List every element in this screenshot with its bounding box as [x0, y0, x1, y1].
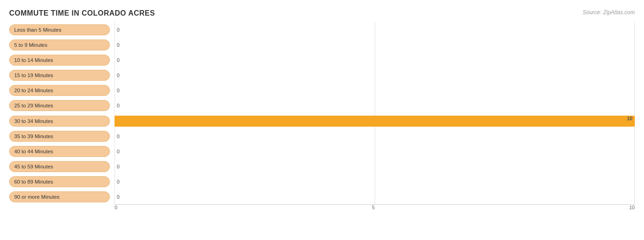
bar-row: 90 or more Minutes0 — [9, 190, 635, 204]
bar-label: 25 to 29 Minutes — [9, 100, 110, 111]
bar-row: 45 to 59 Minutes0 — [9, 160, 635, 173]
bar-value: 0 — [117, 42, 120, 48]
bar-track: 0 — [115, 176, 635, 187]
bar-track: 0 — [115, 24, 635, 35]
bar-track: 10 — [115, 116, 635, 127]
chart-title: COMMUTE TIME IN COLORADO ACRES — [9, 9, 635, 17]
bar-value: 0 — [117, 179, 120, 184]
bar-track: 0 — [115, 39, 635, 50]
bar-row: 40 to 44 Minutes0 — [9, 145, 635, 158]
bar-track: 0 — [115, 146, 635, 157]
bars-container: Less than 5 Minutes05 to 9 Minutes010 to… — [9, 22, 635, 205]
bar-label: 20 to 24 Minutes — [9, 85, 110, 96]
bar-track: 0 — [115, 55, 635, 66]
bar-label: 40 to 44 Minutes — [9, 146, 110, 157]
bar-row: 15 to 19 Minutes0 — [9, 68, 635, 82]
x-tick: 5 — [372, 205, 375, 210]
bar-label: 15 to 19 Minutes — [9, 70, 110, 81]
bar-track: 0 — [115, 131, 635, 142]
bar-label: 45 to 59 Minutes — [9, 161, 110, 172]
bar-value: 0 — [117, 194, 120, 200]
bar-row: Less than 5 Minutes0 — [9, 23, 635, 37]
bar-row: 30 to 34 Minutes10 — [9, 114, 635, 128]
bar-track: 0 — [115, 161, 635, 172]
x-tick: 0 — [115, 205, 117, 210]
bar-track: 0 — [115, 100, 635, 111]
bar-value: 0 — [117, 134, 120, 139]
bar-value: 0 — [117, 57, 120, 63]
bar-label: 90 or more Minutes — [9, 191, 110, 202]
bar-row: 5 to 9 Minutes0 — [9, 38, 635, 52]
bar-value: 10 — [627, 116, 633, 121]
bar-value: 0 — [117, 149, 120, 154]
x-tick: 10 — [629, 205, 635, 210]
bar-row: 25 to 29 Minutes0 — [9, 99, 635, 112]
bar-track: 0 — [115, 85, 635, 96]
bar-label: Less than 5 Minutes — [9, 24, 110, 35]
chart-container: COMMUTE TIME IN COLORADO ACRES Source: Z… — [0, 0, 644, 240]
bar-label: 30 to 34 Minutes — [9, 116, 110, 127]
bar-label: 10 to 14 Minutes — [9, 55, 110, 66]
bar-track: 0 — [115, 70, 635, 81]
chart-area: Less than 5 Minutes05 to 9 Minutes010 to… — [9, 22, 635, 216]
bar-track: 0 — [115, 191, 635, 202]
x-axis: 0510 — [115, 205, 635, 216]
bar-value: 0 — [117, 73, 120, 78]
bar-value: 0 — [117, 164, 120, 169]
bar-row: 60 to 89 Minutes0 — [9, 175, 635, 189]
bar-label: 5 to 9 Minutes — [9, 39, 110, 50]
bar-value: 0 — [117, 27, 120, 33]
bar-row: 10 to 14 Minutes0 — [9, 53, 635, 67]
bar-label: 60 to 89 Minutes — [9, 176, 110, 187]
bar-fill: 10 — [115, 116, 635, 127]
bar-row: 35 to 39 Minutes0 — [9, 129, 635, 143]
bar-row: 20 to 24 Minutes0 — [9, 84, 635, 97]
bar-label: 35 to 39 Minutes — [9, 131, 110, 142]
bar-value: 0 — [117, 88, 120, 93]
source-label: Source: ZipAtlas.com — [583, 9, 635, 16]
bar-value: 0 — [117, 103, 120, 108]
